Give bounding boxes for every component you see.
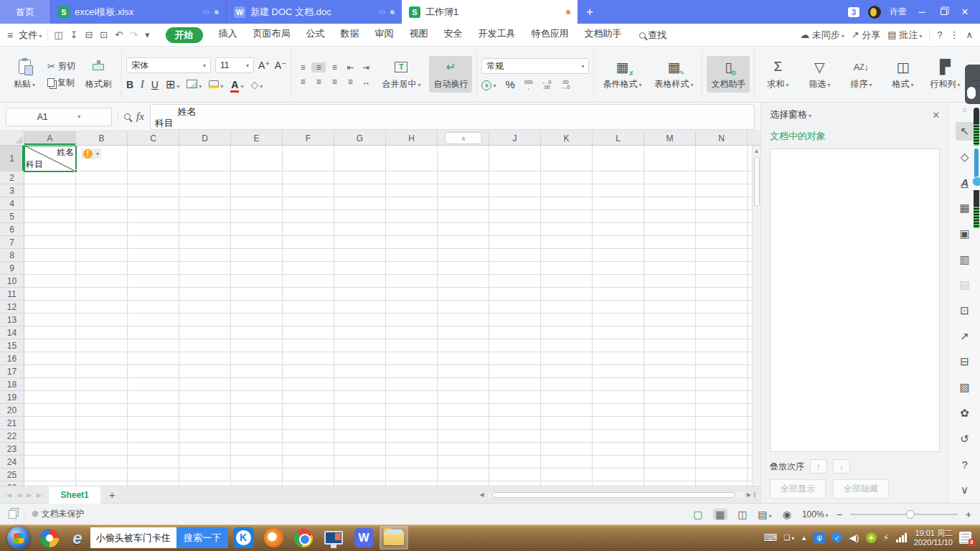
sum-button[interactable]: Σ 求和▾ [759,56,796,93]
zoom-slider[interactable] [850,514,958,515]
column-header-C[interactable]: C [128,131,179,145]
username[interactable]: 许壹 [890,6,907,18]
fill-handle[interactable] [74,169,77,173]
close-button[interactable]: ✕ [958,6,971,17]
cells-area[interactable]: 姓名 科目 ! ▾ [24,146,760,486]
column-header-B[interactable]: B [76,131,128,145]
font-color-button[interactable]: A▾ [230,79,243,90]
menu-tab-开始[interactable]: 开始 [166,27,203,43]
paste-button[interactable]: 粘贴▾ [6,56,43,93]
taskbar-search-text[interactable]: 小偷头被车门卡住 [90,527,176,548]
scroll-up-arrow[interactable]: ▲ [754,146,760,156]
currency-button[interactable]: ¥▾ [481,78,496,90]
row-header-10[interactable]: 10 [0,275,24,288]
rows-cols-button[interactable]: ▛ 行和列▾ [925,56,964,93]
keyboard-icon[interactable]: ⌨ [764,532,778,543]
comment-button[interactable]: ▤ 批注▾ [887,29,922,42]
fullscreen-view-icon[interactable]: ▢ [691,509,705,520]
number-format-select[interactable]: 常规▾ [481,58,589,74]
formula-input[interactable]: 姓名 科目 [150,104,755,130]
help-tool-icon[interactable]: ? [956,456,974,474]
align-right-button[interactable]: ≡ [327,77,341,87]
taskbar-browser-fox[interactable] [259,526,288,550]
decrease-decimal-button[interactable]: .00→.0 [560,80,570,90]
menu-tab-文档助手[interactable]: 文档助手 [585,27,622,43]
percent-button[interactable]: % [505,78,514,90]
menu-tab-插入[interactable]: 插入 [219,27,237,43]
column-header-G[interactable]: G [334,131,386,145]
start-button[interactable] [7,527,30,550]
row-header-23[interactable]: 23 [0,443,24,456]
name-box[interactable]: A1▾ [6,108,112,126]
format-painter-button[interactable]: 格式刷 [80,56,117,93]
minimize-button[interactable]: ─ [915,6,928,17]
row-header-9[interactable]: 9 [0,262,24,275]
row-header-8[interactable]: 8 [0,249,24,262]
select-tool-icon[interactable]: ↖ [956,122,974,141]
row-header-2[interactable]: 2 [0,171,24,184]
normal-view-icon[interactable]: ▦ [713,509,727,520]
column-header-H[interactable]: H [386,131,438,145]
restore-button[interactable] [937,6,950,17]
zoom-in-button[interactable]: + [966,509,971,520]
file-menu[interactable]: 文件▾ [19,29,42,42]
align-bottom-button[interactable]: ≡ [327,62,341,72]
thousands-button[interactable]: 000, [524,80,533,90]
document-tab-新建 DOC 文档.doc[interactable]: W新建 DOC 文档.doc▭ [226,0,402,24]
move-down-button[interactable]: ↓ [833,459,850,474]
hidden-icons-arrow[interactable]: ▲ [801,534,807,542]
row-header-22[interactable]: 22 [0,430,24,443]
row-header-5[interactable]: 5 [0,210,24,223]
row-header-6[interactable]: 6 [0,223,24,236]
archive-tool-icon[interactable]: ⊟ [956,353,974,372]
security-shield-icon[interactable]: ✓ [831,532,842,544]
prev-sheet-button[interactable]: ◀ [17,491,22,499]
window-restore-icon[interactable]: ❏▾ [783,534,794,542]
add-sheet-button[interactable]: + [103,489,121,501]
save-icon[interactable]: ◫ [54,29,62,40]
column-header-N[interactable]: N [696,131,748,145]
taskbar-k-app[interactable]: K [229,526,258,550]
zoom-slider-knob[interactable] [906,510,915,519]
row-header-20[interactable]: 20 [0,404,24,417]
row-header-19[interactable]: 19 [0,391,24,404]
collapse-ribbon-button[interactable]: ∧ [966,29,973,40]
taskbar-chrome[interactable] [289,526,318,550]
show-all-button[interactable]: 全部显示 [770,479,826,499]
collapse-panel-button[interactable]: ∧ [445,132,482,144]
badge-tool-icon[interactable]: ✿ [956,404,974,423]
sheet-tab-sheet1[interactable]: Sheet1 [49,486,100,504]
usb-icon[interactable]: ψ [814,532,825,544]
underline-button[interactable]: U [151,79,159,90]
align-left-button[interactable]: ≡ [296,77,310,87]
column-header-M[interactable]: M [644,131,696,145]
notes-icon[interactable]: 3 [959,532,971,544]
cell-a1-selected[interactable]: 姓名 科目 [24,146,76,171]
drag-handle-icon[interactable]: ≡ [962,105,966,114]
taskbar-remote-desktop[interactable] [319,526,348,550]
row-header-26[interactable]: 26 [0,481,24,486]
page-break-view-icon[interactable]: ◫ [735,509,750,520]
row-header-7[interactable]: 7 [0,236,24,249]
row-header-13[interactable]: 13 [0,314,24,326]
clock[interactable]: 19:01 周二 2020/11/10 [914,529,953,547]
menu-tab-开发工具[interactable]: 开发工具 [479,27,516,43]
picture-tool-icon[interactable]: ▨ [956,378,974,397]
row-header-24[interactable]: 24 [0,456,24,468]
select-all-corner[interactable] [0,131,24,145]
window-count-badge[interactable]: 3 [848,7,859,17]
distribute-button[interactable]: ↔ [359,77,373,87]
taskbar-explorer[interactable] [380,526,408,550]
hide-all-button[interactable]: 全部隐藏 [833,479,889,499]
conditional-format-button[interactable]: ▦≠ 条件格式▾ [598,56,646,93]
pivot-tool-icon[interactable]: ▤ [956,276,974,294]
menu-tab-视图[interactable]: 视图 [410,27,428,43]
selection-pane-title[interactable]: 选择窗格▾ [770,108,811,121]
column-header-K[interactable]: K [541,131,593,145]
grow-font-button[interactable]: A⁺ [258,60,270,71]
history-tool-icon[interactable]: ↺ [956,430,974,448]
align-top-button[interactable]: ≡ [296,62,310,72]
increase-indent-button[interactable]: ⇥ [359,62,373,72]
share-button[interactable]: ↗ 分享 [852,29,881,42]
last-sheet-button[interactable]: ▶| [37,491,44,499]
